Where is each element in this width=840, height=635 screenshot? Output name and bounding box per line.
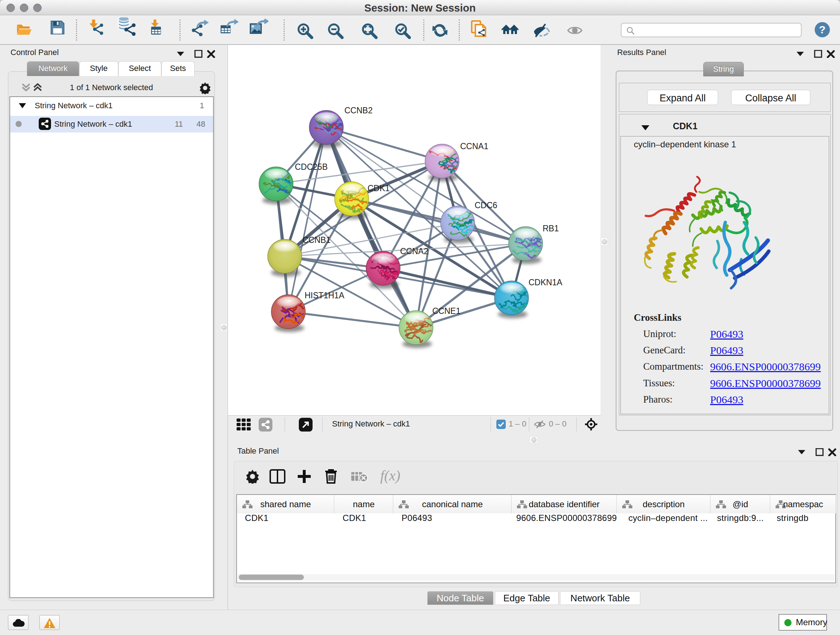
svg-text:CDKN1A: CDKN1A — [529, 278, 562, 287]
svg-text:CDC6: CDC6 — [475, 201, 497, 210]
svg-text:HIST1H1A: HIST1H1A — [305, 291, 345, 300]
svg-text:CCNB1: CCNB1 — [302, 235, 331, 245]
svg-text:CDC25B: CDC25B — [295, 162, 328, 172]
svg-text:CDK1: CDK1 — [368, 184, 390, 193]
svg-text:CCNB2: CCNB2 — [344, 106, 373, 115]
svg-text:RB1: RB1 — [543, 224, 559, 233]
svg-text:CCNA1: CCNA1 — [460, 141, 488, 151]
svg-text:CCNA2: CCNA2 — [400, 247, 428, 256]
svg-text:CCNE1: CCNE1 — [432, 306, 461, 316]
